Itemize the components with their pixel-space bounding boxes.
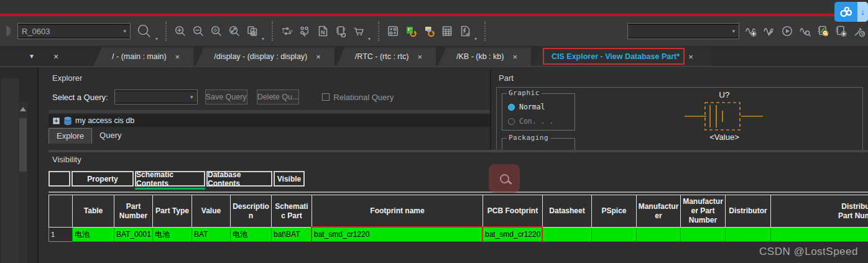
table-header-row: Table Part Number Part Type Value Descri… [48,195,868,228]
column-header-footprint-name: Footprint name [312,195,483,228]
normal-radio[interactable] [508,104,515,111]
tab-cis-explorer[interactable]: CIS Explorer - View Database Part* × [533,47,712,66]
tab-visible[interactable]: Visible [274,171,305,187]
cell-table[interactable]: 电池 [72,228,114,242]
combobox-caret-icon[interactable]: ▾ [732,28,735,34]
scrollbar-thumb[interactable] [19,118,27,172]
column-header-value: Value [192,195,231,228]
column-header-distributor-part-number: Distributor Part Number [770,195,868,228]
tab-schematic-contents[interactable]: Schematic Contents [135,171,205,187]
bom-cart-icon[interactable] [353,25,365,37]
tab-query[interactable]: Query [92,128,129,144]
cis-explorer-workarea: Explorer Select a Query: ▾ Save Query De… [39,67,868,263]
zoom-group-caret-icon[interactable]: ▾ [262,36,264,42]
cell-manufacturer[interactable] [636,228,681,242]
cell-value[interactable]: BAT [192,228,231,242]
combobox-caret-icon[interactable]: ▾ [123,28,126,34]
cell-datasheet[interactable] [542,228,592,242]
normal-radio-row: Normal [508,103,575,111]
cell-part-number[interactable]: BAT_0001 [114,228,153,242]
scrollbar[interactable] [19,102,27,263]
back-annotate-icon[interactable] [298,25,311,37]
reannotate-reference-icon[interactable]: 101 [280,25,293,37]
tab-close-icon[interactable]: × [175,52,180,62]
annotation-red-line [0,14,868,16]
tab-close-icon[interactable]: × [512,52,517,62]
cell-footprint-name[interactable]: bat_smd_cr1220 [312,228,483,242]
tab-close-icon[interactable]: × [417,52,422,62]
convert-radio[interactable] [508,118,515,125]
delete-query-button[interactable]: Delete Qu... [257,90,300,104]
convert-radio-row: Con. . . [508,117,575,126]
column-header-manufacturer: Manufacturer [636,195,681,228]
tree-node-database[interactable]: + my access cis db [48,114,490,127]
search-options-caret-icon[interactable]: ▾ [155,36,158,42]
combobox-caret-icon[interactable]: ▾ [190,94,193,100]
download-arrow-icon[interactable]: ↓ [857,2,868,22]
tabbar-close-button[interactable]: × [53,53,58,60]
tab-rtc-schematic[interactable]: /RTC - (rtc : rtc) × [336,47,436,66]
cell-distributor-part-number[interactable] [770,228,868,242]
annotate-group-caret-icon[interactable]: ▾ [368,36,371,42]
titlebar [0,0,868,14]
pcb-group-caret-icon[interactable]: ▾ [474,36,477,42]
table-row: 1 电池 BAT_0001 电池 BAT 电池 bat\BAT bat_smd_… [48,228,868,242]
tab-list-dropdown-button[interactable]: ▼ [29,53,35,60]
panel-divider [48,150,868,152]
baidu-netdisk-icon[interactable] [834,2,857,22]
update-pcb-icon[interactable] [405,25,417,37]
view-simulation-results-icon[interactable] [799,25,811,37]
part-preview-box: Graphic Normal Con. . . Packaging U? [496,87,863,150]
baidu-netdisk-widget[interactable]: ↓ [834,2,868,22]
scroll-up-icon[interactable] [20,107,26,111]
cell-part-type[interactable]: 电池 [152,228,192,242]
zoom-to-region-icon[interactable] [210,25,223,37]
save-query-button[interactable]: Save Query [205,90,247,104]
run-simulation-icon[interactable] [781,25,793,37]
update-cached-parts-icon[interactable] [335,25,347,37]
cell-description[interactable]: 电池 [230,228,272,242]
cell-pcb-footprint[interactable]: bat_smd_cr1220 [482,228,543,242]
tab-explore[interactable]: Explore [48,128,92,144]
visibility-corner-cell [48,171,70,187]
cell-manufacturer-part-number[interactable] [680,228,726,242]
tab-kb-schematic[interactable]: /KB - (kb : kb) × [438,47,531,66]
tab-close-icon[interactable]: × [316,52,321,62]
edit-simulation-icon[interactable] [763,25,775,37]
select-query-label: Select a Query: [52,93,108,102]
tabbar-controls: ▼ × [29,53,58,60]
tab-main-schematic[interactable]: / - (main : main) × [93,47,193,66]
update-layout-icon[interactable] [423,25,435,37]
cell-schematic-part[interactable]: bat\BAT [271,228,312,242]
view-database-part-icon[interactable] [817,25,829,37]
query-combobox[interactable]: ▾ [114,90,198,104]
column-header-pspice: PSpice [591,195,637,228]
screen-magnifier-overlay [489,164,520,193]
spreadsheet-editor-icon[interactable] [441,25,453,37]
explorer-tabs: Explore Query [48,128,490,144]
find-parts-icon[interactable] [246,25,259,37]
tab-display-schematic[interactable]: /display - (display : display) × [195,47,335,66]
zoom-out-icon[interactable] [192,25,205,37]
document-tabbar: ▼ × / - (main : main) × /display - (disp… [0,46,868,67]
design-rules-check-icon[interactable] [459,25,471,37]
tab-property[interactable]: Property [72,171,134,187]
add-database-part-icon[interactable] [835,25,847,37]
zoom-to-scale-icon[interactable] [228,25,241,37]
tab-close-icon[interactable]: × [688,52,693,62]
voltage-probe-icon[interactable]: V [853,25,866,37]
part-search-combobox[interactable]: R_0603 ▾ [17,23,131,39]
cell-pspice[interactable] [591,228,637,242]
cell-distributor[interactable] [725,228,771,242]
relational-query-checkbox[interactable] [322,93,330,101]
expand-icon[interactable]: + [53,118,60,124]
part-search-value[interactable]: R_0603 [22,27,50,36]
new-simulation-icon[interactable] [745,25,757,37]
part-manager-icon[interactable] [387,25,399,37]
search-icon[interactable] [136,23,152,39]
tab-database-contents[interactable]: Database Contents [206,171,272,187]
zoom-in-icon[interactable] [174,25,187,37]
simulation-profile-combobox[interactable]: ▾ [627,23,739,39]
generate-netlist-icon[interactable]: N [316,25,329,37]
row-number-cell[interactable]: 1 [48,228,73,242]
